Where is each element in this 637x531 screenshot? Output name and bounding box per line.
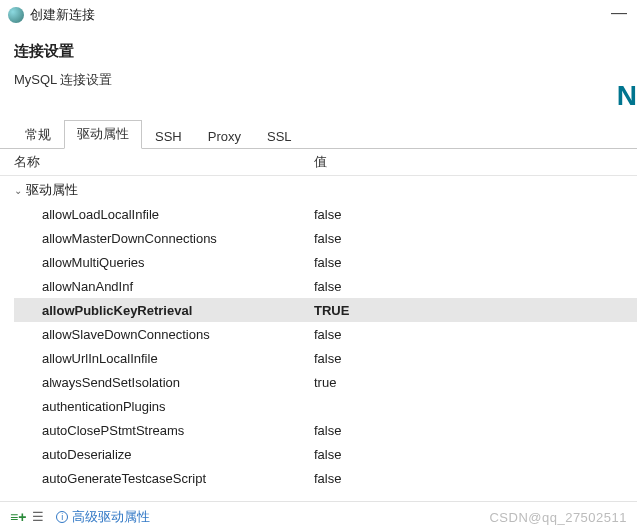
list-icon[interactable]: ☰ — [32, 509, 42, 524]
property-row[interactable]: allowNanAndInffalse — [14, 274, 637, 298]
property-row[interactable]: allowPublicKeyRetrievalTRUE — [14, 298, 637, 322]
property-name: allowMasterDownConnections — [42, 231, 314, 246]
titlebar: 创建新连接 — — [0, 0, 637, 30]
tab-0[interactable]: 常规 — [12, 121, 64, 149]
tab-2[interactable]: SSH — [142, 124, 195, 149]
property-group[interactable]: ⌄ 驱动属性 — [14, 178, 637, 202]
property-value[interactable]: false — [314, 471, 637, 486]
column-value[interactable]: 值 — [314, 153, 623, 171]
property-value[interactable]: false — [314, 351, 637, 366]
property-name: allowUrlInLocalInfile — [42, 351, 314, 366]
tab-3[interactable]: Proxy — [195, 124, 254, 149]
minimize-icon[interactable]: — — [611, 4, 627, 22]
group-label: 驱动属性 — [26, 181, 78, 199]
property-row[interactable]: autoGenerateTestcaseScriptfalse — [14, 466, 637, 486]
property-value[interactable]: false — [314, 231, 637, 246]
property-table-header: 名称 值 — [0, 149, 637, 176]
section-heading: 连接设置 — [0, 30, 637, 67]
property-row[interactable]: allowLoadLocalInfilefalse — [14, 202, 637, 226]
property-name: allowSlaveDownConnections — [42, 327, 314, 342]
property-row[interactable]: allowMasterDownConnectionsfalse — [14, 226, 637, 250]
property-row[interactable]: alwaysSendSetIsolationtrue — [14, 370, 637, 394]
add-property-icon[interactable]: ≡+ — [10, 509, 26, 525]
property-name: authenticationPlugins — [42, 399, 314, 414]
property-name: autoDeserialize — [42, 447, 314, 462]
window-title: 创建新连接 — [30, 6, 95, 24]
property-tree: ⌄ 驱动属性 allowLoadLocalInfilefalseallowMas… — [0, 176, 637, 486]
property-value[interactable]: true — [314, 375, 637, 390]
mysql-logo-partial: N — [617, 80, 637, 112]
property-value[interactable]: TRUE — [314, 303, 637, 318]
property-name: autoGenerateTestcaseScript — [42, 471, 314, 486]
property-value[interactable]: false — [314, 279, 637, 294]
property-name: allowMultiQueries — [42, 255, 314, 270]
property-value[interactable]: false — [314, 207, 637, 222]
sub-heading: MySQL 连接设置 — [0, 67, 637, 103]
property-row[interactable]: allowUrlInLocalInfilefalse — [14, 346, 637, 370]
property-name: alwaysSendSetIsolation — [42, 375, 314, 390]
column-name[interactable]: 名称 — [14, 153, 314, 171]
property-name: allowLoadLocalInfile — [42, 207, 314, 222]
property-row[interactable]: allowMultiQueriesfalse — [14, 250, 637, 274]
footer-bar: ≡+ ☰ i 高级驱动属性 — [0, 501, 637, 531]
property-name: allowNanAndInf — [42, 279, 314, 294]
tab-4[interactable]: SSL — [254, 124, 305, 149]
property-value[interactable]: false — [314, 255, 637, 270]
property-value[interactable]: false — [314, 447, 637, 462]
advanced-properties-link[interactable]: 高级驱动属性 — [72, 508, 150, 526]
property-name: allowPublicKeyRetrieval — [42, 303, 314, 318]
property-row[interactable]: autoClosePStmtStreamsfalse — [14, 418, 637, 442]
chevron-down-icon: ⌄ — [14, 185, 26, 196]
property-row[interactable]: autoDeserializefalse — [14, 442, 637, 466]
tabs: 常规驱动属性SSHProxySSL — [0, 121, 637, 149]
property-row[interactable]: authenticationPlugins — [14, 394, 637, 418]
property-name: autoClosePStmtStreams — [42, 423, 314, 438]
app-icon — [8, 7, 24, 23]
property-row[interactable]: allowSlaveDownConnectionsfalse — [14, 322, 637, 346]
property-value[interactable]: false — [314, 327, 637, 342]
tab-1[interactable]: 驱动属性 — [64, 120, 142, 149]
info-icon: i — [56, 511, 68, 523]
property-value[interactable]: false — [314, 423, 637, 438]
